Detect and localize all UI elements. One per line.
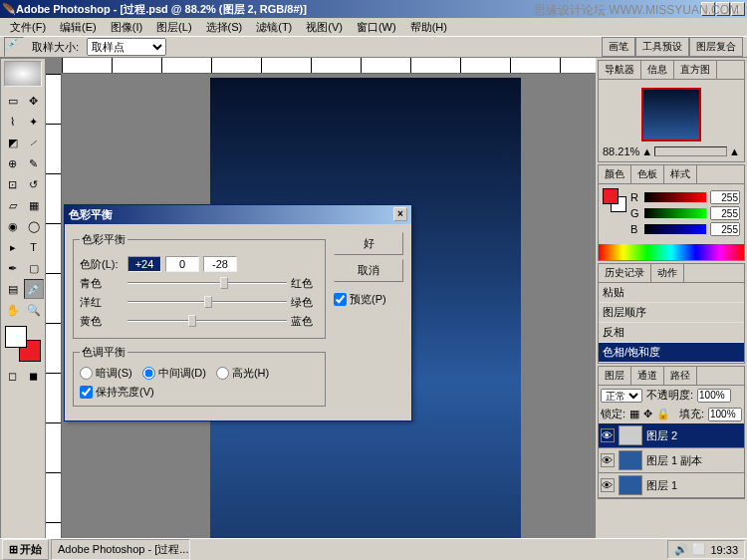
heal-tool[interactable]: ⊕	[3, 153, 23, 173]
tab-histogram[interactable]: 直方图	[674, 61, 717, 79]
quickmask-off[interactable]: ◻	[3, 366, 23, 386]
history-brush-tool[interactable]: ↺	[24, 174, 44, 194]
layer-comps-button[interactable]: 图层复合	[689, 37, 743, 57]
taskbar-item[interactable]: Adobe Photoshop - [过程...	[51, 539, 190, 560]
ok-button[interactable]: 好	[334, 232, 403, 255]
color-swatch[interactable]	[5, 326, 41, 362]
navigator-thumbnail[interactable]	[641, 88, 701, 141]
eyedropper-tool[interactable]: 💉	[24, 279, 44, 299]
menu-file[interactable]: 文件(F)	[4, 19, 52, 36]
menu-image[interactable]: 图像(I)	[105, 19, 148, 36]
hand-tool[interactable]: ✋	[3, 300, 23, 320]
menu-view[interactable]: 视图(V)	[300, 19, 349, 36]
history-item[interactable]: 色相/饱和度	[599, 343, 744, 363]
ruler-horizontal[interactable]	[62, 58, 596, 74]
b-input[interactable]	[710, 222, 740, 236]
tab-history[interactable]: 历史记录	[599, 264, 651, 282]
path-tool[interactable]: ▸	[3, 237, 23, 257]
preserve-luminosity-checkbox[interactable]: 保持亮度(V)	[80, 385, 319, 400]
slice-tool[interactable]: ⟋	[24, 133, 44, 152]
magenta-green-slider[interactable]	[127, 294, 287, 310]
r-slider[interactable]	[644, 192, 706, 202]
layer-thumbnail[interactable]	[619, 425, 642, 445]
menu-edit[interactable]: 编辑(E)	[54, 19, 103, 36]
fg-color[interactable]	[5, 326, 27, 348]
visibility-icon[interactable]: 👁	[601, 428, 615, 442]
tab-paths[interactable]: 路径	[664, 367, 697, 385]
eraser-tool[interactable]: ▱	[3, 195, 23, 215]
tray-icon[interactable]: 🔊	[674, 543, 688, 556]
tab-info[interactable]: 信息	[641, 61, 674, 79]
start-button[interactable]: ⊞开始	[2, 539, 49, 560]
preview-checkbox[interactable]: 预览(P)	[334, 292, 403, 307]
cyan-red-slider[interactable]	[127, 275, 287, 291]
menu-help[interactable]: 帮助(H)	[404, 19, 453, 36]
wand-tool[interactable]: ✦	[24, 112, 44, 132]
lock-all-icon[interactable]: 🔒	[656, 408, 670, 420]
history-item[interactable]: 反相	[599, 323, 744, 343]
quickmask-on[interactable]: ◼	[24, 366, 44, 386]
tray-icon[interactable]: ⬜	[692, 543, 706, 556]
zoom-in-icon[interactable]: ▲	[729, 145, 740, 157]
lock-position-icon[interactable]: ✥	[643, 408, 652, 420]
g-input[interactable]	[710, 206, 740, 220]
layer-thumbnail[interactable]	[619, 475, 642, 495]
visibility-icon[interactable]: 👁	[601, 453, 615, 467]
r-input[interactable]	[710, 190, 740, 204]
zoom-tool[interactable]: 🔍	[24, 300, 44, 320]
history-item[interactable]: 图层顺序	[599, 303, 744, 323]
type-tool[interactable]: T	[24, 237, 44, 257]
marquee-tool[interactable]: ▭	[3, 91, 23, 111]
tab-swatches[interactable]: 色板	[631, 165, 664, 183]
tab-color[interactable]: 颜色	[599, 165, 631, 183]
nav-zoom-value[interactable]: 88.21%	[603, 145, 639, 157]
crop-tool[interactable]: ◩	[3, 133, 23, 152]
menu-select[interactable]: 选择(S)	[200, 19, 249, 36]
g-slider[interactable]	[644, 208, 706, 218]
tab-layers[interactable]: 图层	[599, 367, 631, 385]
yellow-blue-slider[interactable]	[127, 313, 287, 329]
level-input-2[interactable]	[165, 256, 199, 272]
dodge-tool[interactable]: ◯	[24, 216, 44, 236]
b-slider[interactable]	[644, 224, 706, 234]
tab-channels[interactable]: 通道	[631, 367, 664, 385]
tab-navigator[interactable]: 导航器	[599, 61, 641, 79]
stamp-tool[interactable]: ⊡	[3, 174, 23, 194]
layer-name[interactable]: 图层 2	[646, 428, 677, 443]
history-item[interactable]: 粘贴	[599, 283, 744, 303]
layer-row[interactable]: 👁 图层 2	[599, 423, 744, 448]
fill-input[interactable]	[708, 408, 742, 421]
brushes-button[interactable]: 画笔	[602, 37, 635, 57]
zoom-slider[interactable]	[654, 146, 727, 156]
midtones-radio[interactable]: 中间调(D)	[142, 366, 206, 381]
current-tool-icon[interactable]: 💉	[4, 37, 24, 57]
lasso-tool[interactable]: ⌇	[3, 112, 23, 132]
spectrum-bar[interactable]	[599, 244, 744, 260]
shadows-radio[interactable]: 暗调(S)	[80, 366, 132, 381]
ruler-vertical[interactable]	[46, 74, 62, 560]
system-tray[interactable]: 🔊 ⬜ 19:33	[667, 540, 745, 559]
highlights-radio[interactable]: 高光(H)	[216, 366, 269, 381]
level-input-1[interactable]	[127, 256, 161, 272]
layer-thumbnail[interactable]	[619, 450, 642, 470]
menu-window[interactable]: 窗口(W)	[351, 19, 402, 36]
pen-tool[interactable]: ✒	[3, 258, 23, 278]
menu-filter[interactable]: 滤镜(T)	[250, 19, 298, 36]
gradient-tool[interactable]: ▦	[24, 195, 44, 215]
color-swatch-panel[interactable]	[603, 188, 626, 212]
tool-presets-button[interactable]: 工具预设	[635, 37, 689, 57]
shape-tool[interactable]: ▢	[24, 258, 44, 278]
visibility-icon[interactable]: 👁	[601, 478, 615, 492]
layer-row[interactable]: 👁 图层 1 副本	[599, 448, 744, 473]
opacity-input[interactable]	[697, 389, 731, 403]
brush-tool[interactable]: ✎	[24, 153, 44, 173]
layer-name[interactable]: 图层 1	[646, 478, 677, 493]
tab-actions[interactable]: 动作	[651, 264, 684, 282]
blur-tool[interactable]: ◉	[3, 216, 23, 236]
sample-size-select[interactable]: 取样点	[87, 38, 166, 56]
zoom-out-icon[interactable]: ▲	[641, 145, 652, 157]
tab-styles[interactable]: 样式	[664, 165, 697, 183]
move-tool[interactable]: ✥	[24, 91, 44, 111]
level-input-3[interactable]	[203, 256, 237, 272]
notes-tool[interactable]: ▤	[3, 279, 23, 299]
